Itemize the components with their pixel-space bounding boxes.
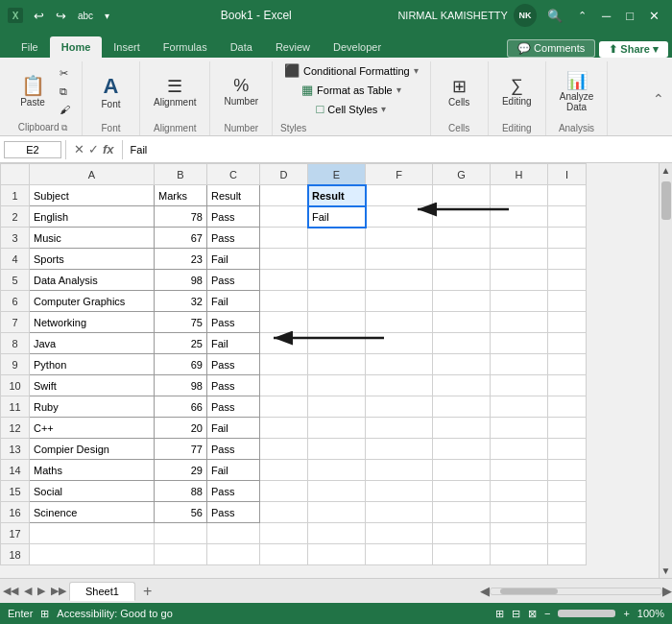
zoom-in-button[interactable]: + [623,608,629,619]
cell-D6[interactable] [260,291,308,312]
cell-H18[interactable] [491,544,548,565]
cell-F5[interactable] [366,270,433,291]
tab-formulas[interactable]: Formulas [152,36,219,58]
sheet-nav-first[interactable]: ◀◀ [0,585,21,597]
cell-C4[interactable]: Fail [207,249,260,270]
cell-I14[interactable] [548,460,587,481]
cell-D1[interactable] [260,185,308,206]
cell-I11[interactable] [548,396,587,418]
cell-C12[interactable]: Fail [207,418,260,439]
cell-E16[interactable] [308,502,366,523]
analyze-data-button[interactable]: 📊 AnalyzeData [554,66,600,116]
cell-B10[interactable]: 98 [155,375,207,396]
cell-A11[interactable]: Ruby [30,396,155,418]
cell-H4[interactable] [491,249,548,270]
cell-I2[interactable] [548,206,587,228]
col-header-H[interactable]: H [491,164,548,185]
confirm-formula-button[interactable]: ✓ [88,142,99,156]
cell-G10[interactable] [433,375,491,396]
cell-A6[interactable]: Computer Graphics [30,291,155,312]
cell-B18[interactable] [155,544,207,565]
close-button[interactable]: ✕ [644,7,664,25]
cell-E14[interactable] [308,460,366,481]
cell-I15[interactable] [548,481,587,502]
cell-F7[interactable] [366,312,433,333]
cell-I13[interactable] [548,439,587,460]
cell-E10[interactable] [308,375,366,396]
cell-C14[interactable]: Fail [207,460,260,481]
cell-F11[interactable] [366,396,433,418]
cell-H17[interactable] [491,523,548,544]
cell-A13[interactable]: Compier Design [30,439,155,460]
add-sheet-button[interactable]: + [137,583,157,600]
cell-F12[interactable] [366,418,433,439]
cut-button[interactable]: ✂ [56,65,74,82]
cell-C10[interactable]: Pass [207,375,260,396]
alignment-button[interactable]: ☰ Alignment [148,72,202,111]
cell-I9[interactable] [548,354,587,375]
cell-D10[interactable] [260,375,308,396]
scroll-down-button[interactable]: ▼ [660,564,672,578]
tab-file[interactable]: File [10,36,50,58]
cell-B13[interactable]: 77 [155,439,207,460]
sheet-nav-last[interactable]: ▶▶ [48,585,69,597]
cell-I10[interactable] [548,375,587,396]
cell-H1[interactable] [491,185,548,206]
tab-home[interactable]: Home [50,36,103,58]
tab-insert[interactable]: Insert [102,36,152,58]
cell-B2[interactable]: 78 [155,206,207,228]
cell-F10[interactable] [366,375,433,396]
cell-E12[interactable] [308,418,366,439]
cell-H7[interactable] [491,312,548,333]
cell-D2[interactable] [260,206,308,228]
cell-D3[interactable] [260,228,308,249]
cell-E8[interactable] [308,333,366,354]
cell-B14[interactable]: 29 [155,460,207,481]
cell-C3[interactable]: Pass [207,228,260,249]
cell-H9[interactable] [491,354,548,375]
cell-F1[interactable] [366,185,433,206]
cell-reference-input[interactable] [4,141,61,158]
cell-I7[interactable] [548,312,587,333]
cell-H8[interactable] [491,333,548,354]
cell-C17[interactable] [207,523,260,544]
profile-badge[interactable]: NK [514,4,537,27]
col-header-F[interactable]: F [366,164,433,185]
tab-developer[interactable]: Developer [322,36,393,58]
cell-D18[interactable] [260,544,308,565]
cell-A12[interactable]: C++ [30,418,155,439]
cell-C1[interactable]: Result [207,185,260,206]
zoom-out-button[interactable]: − [544,608,550,619]
cell-C2[interactable]: Pass [207,206,260,228]
cell-E11[interactable] [308,396,366,418]
cell-B3[interactable]: 67 [155,228,207,249]
cell-G2[interactable] [433,206,491,228]
cell-H12[interactable] [491,418,548,439]
cell-A16[interactable]: Scinence [30,502,155,523]
cell-G7[interactable] [433,312,491,333]
cell-B15[interactable]: 88 [155,481,207,502]
cell-D17[interactable] [260,523,308,544]
cell-G6[interactable] [433,291,491,312]
cell-F3[interactable] [366,228,433,249]
sheet-nav-next[interactable]: ▶ [35,585,48,597]
cell-I8[interactable] [548,333,587,354]
h-scroll-left[interactable]: ◀ [480,584,490,598]
col-header-G[interactable]: G [433,164,491,185]
ribbon-collapse-button[interactable]: ⌃ [649,61,668,135]
cell-D11[interactable] [260,396,308,418]
cell-F4[interactable] [366,249,433,270]
cell-D13[interactable] [260,439,308,460]
cell-C8[interactable]: Fail [207,333,260,354]
cell-A17[interactable] [30,523,155,544]
scroll-track[interactable] [660,178,672,564]
cell-D7[interactable] [260,312,308,333]
cell-B1[interactable]: Marks [155,185,207,206]
cell-G8[interactable] [433,333,491,354]
formula-input[interactable] [127,142,668,157]
cell-E4[interactable] [308,249,366,270]
cell-C16[interactable]: Pass [207,502,260,523]
cell-D15[interactable] [260,481,308,502]
cell-C7[interactable]: Pass [207,312,260,333]
cell-E6[interactable] [308,291,366,312]
